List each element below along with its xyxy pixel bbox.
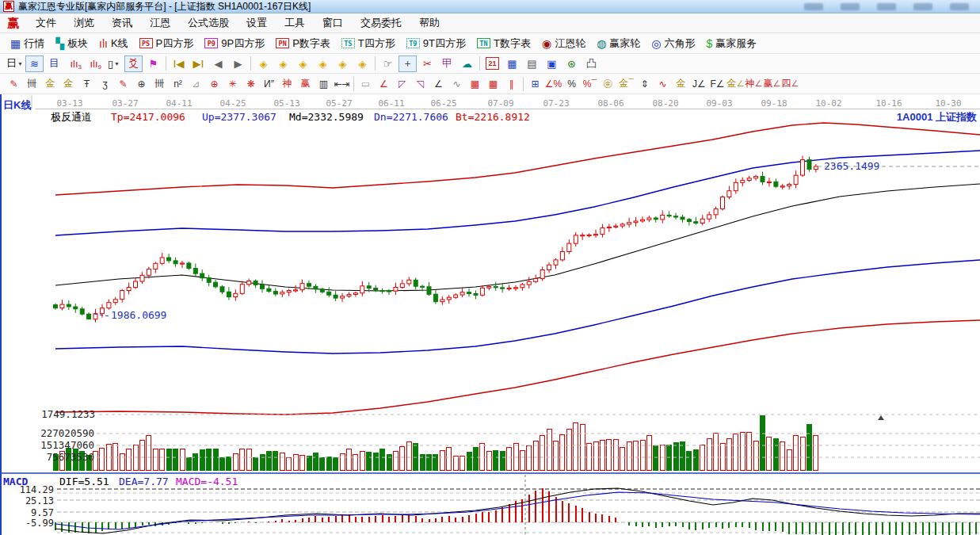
volume-scale-label: 151347060	[29, 441, 94, 451]
macd-header-label: DIF=5.51	[59, 476, 109, 487]
chart-svg	[0, 0, 980, 535]
date-axis-label: 06-11	[374, 99, 409, 108]
macd-scale-label: -5.99	[13, 518, 54, 528]
date-axis-label: 04-11	[162, 99, 196, 108]
date-axis-label: 09-18	[757, 99, 791, 108]
symbol-label: 1A0001 上证指数	[818, 112, 977, 122]
legend-item: Dn=2271.7606	[374, 112, 448, 122]
date-axis-label: 09-03	[702, 99, 737, 108]
macd-scale-label: 114.29	[13, 485, 54, 495]
last-price-label: 2365.1499	[824, 161, 879, 171]
date-axis-label: 05-13	[269, 99, 304, 108]
pane-period-label: 日K线	[3, 100, 31, 110]
price-scale-label: 1749.1233	[32, 410, 95, 420]
legend-item: Md=2332.5989	[289, 112, 364, 122]
date-axis-label: 04-25	[215, 99, 250, 108]
macd-header-label: MACD=-4.51	[176, 476, 238, 487]
date-axis-label: 08-20	[648, 99, 683, 108]
date-axis-label: 10-02	[811, 99, 846, 108]
date-axis-label: 07-23	[539, 99, 574, 108]
date-axis-label: 03-13	[52, 99, 87, 108]
volume-scale-label: 75673530	[29, 453, 94, 463]
legend-item: Bt=2216.8912	[456, 112, 530, 122]
volume-scale-label: 227020590	[29, 429, 94, 439]
legend-item: Tp=2417.0096	[111, 112, 185, 122]
date-axis-label: 05-27	[322, 99, 357, 108]
legend-item: Up=2377.3067	[202, 112, 276, 122]
macd-scale-label: 9.57	[13, 508, 54, 518]
date-axis-label: 10-30	[931, 99, 966, 108]
date-axis-label: 06-25	[426, 99, 461, 108]
legend-item: 极反通道	[51, 112, 92, 122]
date-axis-label: 03-27	[108, 99, 143, 108]
chart-canvas[interactable]: 日K线03-1303-2704-1104-2505-1305-2706-1106…	[0, 0, 980, 535]
low-price-label: 1986.0699	[111, 310, 166, 320]
date-axis-label: 10-16	[871, 99, 906, 108]
date-axis-label: 07-09	[483, 99, 518, 108]
date-axis-label: 08-06	[593, 99, 628, 108]
macd-header-label: DEA=7.77	[119, 476, 169, 487]
macd-scale-label: 25.13	[13, 496, 54, 506]
